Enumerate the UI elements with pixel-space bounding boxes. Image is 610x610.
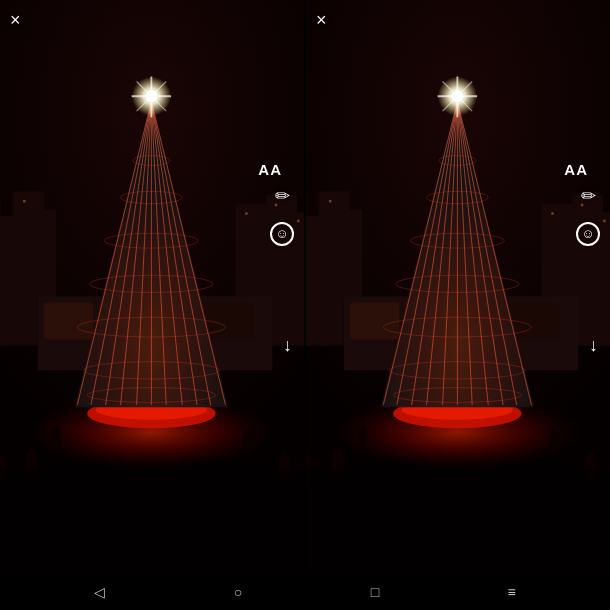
nav-menu-icon[interactable]: ≡ xyxy=(508,584,516,600)
svg-point-54 xyxy=(51,426,61,451)
nav-bar: ◁ ○ □ ≡ xyxy=(0,574,610,610)
svg-rect-17 xyxy=(44,302,93,339)
svg-rect-69 xyxy=(329,200,331,202)
right-aa-label: AA xyxy=(564,161,588,178)
right-pencil-icon[interactable]: ✏ xyxy=(576,184,600,208)
left-aa-label: AA xyxy=(258,161,282,178)
svg-rect-77 xyxy=(510,302,559,339)
right-scene: × AA ✏ ☺ ↓ xyxy=(306,0,610,574)
svg-rect-70 xyxy=(551,212,553,214)
left-tools: ✏ ☺ xyxy=(270,184,294,246)
left-close-button[interactable]: × xyxy=(10,10,21,31)
svg-rect-72 xyxy=(603,220,605,222)
nav-home-icon[interactable]: ○ xyxy=(234,584,242,600)
right-scene-svg xyxy=(306,0,610,574)
left-face-icon[interactable]: ☺ xyxy=(270,222,294,246)
left-scene-svg xyxy=(0,0,304,574)
panels-container: × AA ✏ ☺ ↓ ★ Your Closest Friends Story … xyxy=(0,0,610,574)
svg-point-55 xyxy=(243,430,253,455)
right-close-button[interactable]: × xyxy=(316,10,327,31)
svg-rect-12 xyxy=(23,200,25,202)
svg-rect-13 xyxy=(245,212,247,214)
nav-recent-icon[interactable]: □ xyxy=(371,584,379,600)
right-face-icon[interactable]: ☺ xyxy=(576,222,600,246)
left-panel: × AA ✏ ☺ ↓ ★ Your Closest Friends Story … xyxy=(0,0,304,574)
svg-rect-15 xyxy=(297,220,299,222)
svg-rect-56 xyxy=(0,469,304,574)
right-panel: × AA ✏ ☺ ↓ ★ Your Closest Friends Story … xyxy=(304,0,610,574)
left-pencil-icon[interactable]: ✏ xyxy=(270,184,294,208)
right-tools: ✏ ☺ xyxy=(576,184,600,246)
svg-point-111 xyxy=(357,426,367,451)
svg-rect-113 xyxy=(306,469,610,574)
left-scene: × AA ✏ ☺ ↓ xyxy=(0,0,304,574)
svg-point-112 xyxy=(549,430,559,455)
nav-back-icon[interactable]: ◁ xyxy=(94,584,105,600)
svg-rect-20 xyxy=(204,302,253,339)
svg-rect-74 xyxy=(350,302,399,339)
right-download-icon[interactable]: ↓ xyxy=(589,335,598,356)
left-download-icon[interactable]: ↓ xyxy=(283,335,292,356)
